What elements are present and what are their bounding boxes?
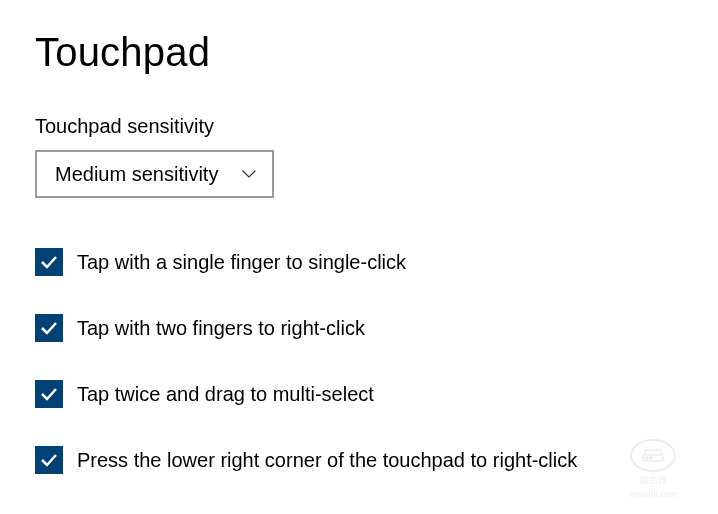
sensitivity-label: Touchpad sensitivity bbox=[35, 115, 683, 138]
checkbox-row-two-finger-tap: Tap with two fingers to right-click bbox=[35, 314, 683, 342]
checkbox-row-single-tap: Tap with a single finger to single-click bbox=[35, 248, 683, 276]
checkbox-label: Tap with two fingers to right-click bbox=[77, 317, 365, 340]
checkbox-row-lower-right: Press the lower right corner of the touc… bbox=[35, 446, 683, 474]
checkbox-single-tap[interactable] bbox=[35, 248, 63, 276]
checkbox-tap-drag[interactable] bbox=[35, 380, 63, 408]
checkbox-label: Tap with a single finger to single-click bbox=[77, 251, 406, 274]
page-title: Touchpad bbox=[35, 30, 683, 75]
checkbox-two-finger-tap[interactable] bbox=[35, 314, 63, 342]
sensitivity-dropdown[interactable]: Medium sensitivity bbox=[35, 150, 274, 198]
sensitivity-selected: Medium sensitivity bbox=[55, 163, 218, 186]
chevron-down-icon bbox=[242, 167, 256, 181]
checkbox-label: Press the lower right corner of the touc… bbox=[77, 449, 577, 472]
watermark-title: 路由器 bbox=[640, 474, 667, 487]
watermark-subtitle: luyouqi.com bbox=[629, 489, 677, 499]
checkbox-row-tap-drag: Tap twice and drag to multi-select bbox=[35, 380, 683, 408]
checkbox-label: Tap twice and drag to multi-select bbox=[77, 383, 374, 406]
checkbox-lower-right[interactable] bbox=[35, 446, 63, 474]
